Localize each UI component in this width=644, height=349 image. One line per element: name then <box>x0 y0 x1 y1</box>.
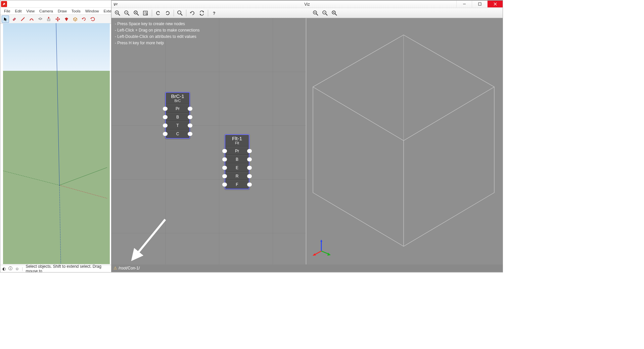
redo-icon[interactable] <box>164 9 172 17</box>
breadcrumb-path[interactable]: /root/Con-1/ <box>119 266 140 270</box>
sketchup-toolbar <box>0 14 111 24</box>
pin-in[interactable] <box>222 174 227 178</box>
sketchup-menubar: File Edit View Camera Draw Tools Window … <box>0 8 111 14</box>
zoom-in-icon[interactable] <box>312 9 320 17</box>
close-button[interactable] <box>487 1 503 7</box>
zoom-fit-icon[interactable] <box>142 9 150 17</box>
zoom-in-icon[interactable] <box>113 9 122 17</box>
zoom-reset-icon[interactable] <box>132 9 140 17</box>
node-brc-1[interactable]: BrC-1 BrC Pr B T C <box>165 92 190 139</box>
tool-refresh[interactable] <box>89 15 96 23</box>
info-icon[interactable]: ⓘ <box>8 266 12 271</box>
hint-icon[interactable]: ◐ <box>2 266 6 271</box>
minimize-button[interactable] <box>456 1 472 7</box>
pin-out[interactable] <box>247 183 252 187</box>
viz-3d-viewport[interactable] <box>306 18 503 265</box>
node-header[interactable]: Flt-1 Flt <box>225 135 249 147</box>
row-label: T <box>176 123 179 128</box>
viz-toolbar: ? <box>111 8 503 18</box>
separator <box>208 10 208 16</box>
pin-out[interactable] <box>188 132 192 136</box>
sketchup-statusbar: ◐ ⓘ ☺ | Select objects. Shift to extend … <box>0 265 111 272</box>
status-text: Select objects. Shift to extend select. … <box>26 264 111 273</box>
menu-tools[interactable]: Tools <box>69 8 83 14</box>
help-icon[interactable]: ? <box>210 9 218 17</box>
node-row-t[interactable]: T <box>166 121 189 130</box>
menu-edit[interactable]: Edit <box>13 8 24 14</box>
pin-in[interactable] <box>222 183 227 187</box>
node-row-pr[interactable]: Pr <box>225 147 249 155</box>
tool-line[interactable] <box>19 15 27 23</box>
pin-out[interactable] <box>247 157 252 161</box>
window-buttons <box>456 1 503 8</box>
menu-view[interactable]: View <box>24 8 37 14</box>
tool-move[interactable] <box>54 15 61 23</box>
pin-in[interactable] <box>222 157 227 161</box>
hint-line: - Press H key for more help <box>115 40 199 46</box>
undo-icon[interactable] <box>154 9 162 17</box>
axis-gizmo-icon <box>311 238 331 258</box>
viz-app-icon: VZ <box>113 2 118 7</box>
sketchup-viewport[interactable] <box>3 23 110 264</box>
svg-line-28 <box>326 14 327 15</box>
sketchup-window: File Edit View Camera Draw Tools Window … <box>0 0 111 272</box>
node-header[interactable]: BrC-1 BrC <box>166 93 189 104</box>
node-row-f[interactable]: F <box>225 180 249 189</box>
viz-content: - Press Space key to create new nodes - … <box>111 18 503 265</box>
tool-ruby[interactable] <box>63 15 70 23</box>
node-graph-panel[interactable]: - Press Space key to create new nodes - … <box>111 18 306 265</box>
tool-select[interactable] <box>2 15 9 23</box>
pin-out[interactable] <box>188 115 192 119</box>
pin-out[interactable] <box>188 107 192 111</box>
sketchup-titlebar[interactable] <box>0 0 111 8</box>
svg-line-31 <box>335 14 337 15</box>
pin-out[interactable] <box>247 166 252 170</box>
pin-in[interactable] <box>163 132 168 136</box>
row-label: F <box>236 182 238 187</box>
zoom-out-icon[interactable] <box>123 9 131 17</box>
pin-in[interactable] <box>163 115 168 119</box>
node-row-b[interactable]: B <box>225 155 249 163</box>
row-label: C <box>176 132 179 136</box>
tool-rotate[interactable] <box>80 15 88 23</box>
node-row-e[interactable]: E <box>225 163 249 172</box>
pin-in[interactable] <box>163 107 168 111</box>
viz-titlebar[interactable]: VZ Viz <box>111 1 503 8</box>
tool-component[interactable] <box>72 15 79 23</box>
user-icon[interactable]: ☺ <box>15 266 19 271</box>
axes-overlay <box>3 23 110 264</box>
pin-out[interactable] <box>247 174 252 178</box>
tool-pushpull[interactable] <box>45 15 53 23</box>
tool-arc[interactable] <box>28 15 35 23</box>
pin-out[interactable] <box>247 149 252 153</box>
viz-3d-toolbar <box>310 8 340 18</box>
menu-window[interactable]: Window <box>83 8 101 14</box>
node-row-b[interactable]: B <box>166 113 189 121</box>
refresh-icon[interactable] <box>188 9 196 17</box>
menu-file[interactable]: File <box>2 8 13 14</box>
viz-title: Viz <box>304 2 310 7</box>
pin-in[interactable] <box>222 149 227 153</box>
node-row-pr[interactable]: Pr <box>166 104 189 113</box>
separator <box>152 10 152 16</box>
search-icon[interactable] <box>176 9 184 17</box>
node-flt-1[interactable]: Flt-1 Flt Pr B E R F <box>225 134 249 189</box>
svg-line-3 <box>59 167 107 185</box>
refresh-all-icon[interactable] <box>198 9 206 17</box>
svg-text:?: ? <box>213 11 215 16</box>
menu-camera[interactable]: Camera <box>37 8 55 14</box>
tool-eraser[interactable] <box>10 15 18 23</box>
pin-in[interactable] <box>222 166 227 170</box>
node-row-r[interactable]: R <box>225 172 249 180</box>
pin-in[interactable] <box>163 123 168 128</box>
menu-draw[interactable]: Draw <box>55 8 69 14</box>
zoom-out-icon[interactable] <box>321 9 329 17</box>
pin-out[interactable] <box>188 123 192 128</box>
node-row-c[interactable]: C <box>166 130 189 138</box>
row-label: Pr <box>235 149 239 153</box>
hint-line: - Press Space key to create new nodes <box>115 21 199 27</box>
cube-wireframe <box>306 18 503 265</box>
tool-rectangle[interactable] <box>37 15 44 23</box>
maximize-button[interactable] <box>472 1 487 7</box>
zoom-reset-icon[interactable] <box>330 9 338 17</box>
